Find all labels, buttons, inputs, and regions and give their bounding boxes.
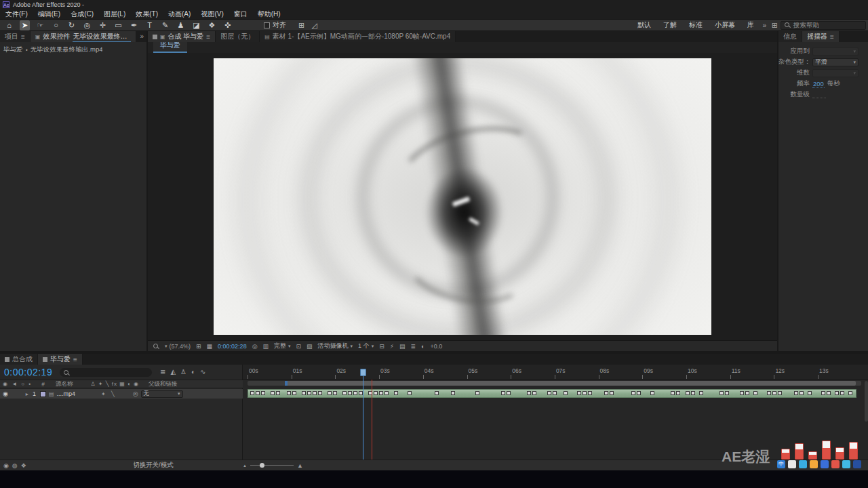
menu-item[interactable]: 效果(T) [136,9,158,19]
zoom-slider-track[interactable] [250,465,294,466]
workspace-overflow-icon[interactable]: » [762,22,766,29]
hand-tool[interactable]: ☞ [35,20,45,30]
pen-tool[interactable]: ✒ [129,20,139,30]
playhead[interactable] [363,369,363,460]
viewer-area[interactable] [148,53,777,340]
tab-project[interactable]: 项目 ≡ [0,31,31,42]
tab-comp-timeline[interactable]: 毕与爱 ≡ [38,354,83,365]
ruler-icon[interactable]: ◿ [311,21,317,30]
channels-icon[interactable]: ▥ [263,343,269,350]
selection-tool[interactable]: ➤ [20,20,30,30]
menu-item[interactable]: 图层(L) [104,9,125,19]
playhead-grabber-icon[interactable] [360,369,366,376]
toggle-switches-button[interactable]: 切换开关/模式 [133,461,174,470]
view-select[interactable]: 活动摄像机 ▾ [318,342,353,350]
tab-effect-controls[interactable]: ▣ 效果控件 无毕设效果最终输出.mp4 [31,31,137,42]
exposure-icon[interactable]: ◐ [421,343,425,350]
menu-item[interactable]: 动画(A) [168,9,191,19]
workspace-item[interactable]: 默认 [637,20,651,30]
work-area-inner[interactable] [285,381,856,386]
workspace-item[interactable]: 标准 [689,20,703,30]
workspace-menu-icon[interactable]: ⊞ [772,21,778,30]
guides-icon[interactable]: ▦ [207,343,213,350]
resolution-select[interactable]: 完整 ▾ [274,342,291,350]
help-search-input[interactable]: 搜索帮助 [781,21,866,30]
noise-type-select[interactable]: 平滑 ▾ [812,58,859,66]
menu-item[interactable]: 视图(V) [201,9,223,19]
timeline-mini-icons[interactable]: ≣◭♙◐∿ [160,368,210,375]
view-layout-select[interactable]: 1 个 ▾ [358,342,374,350]
pickwhip-icon[interactable]: ◎ [133,390,138,397]
snapshot-icon[interactable]: ◎ [252,343,258,350]
zoom-slider-handle[interactable] [260,463,264,468]
panel-menu-icon[interactable]: ≡ [21,33,25,41]
workspace-item[interactable]: 库 [747,20,754,30]
orbit-camera-tool[interactable]: ↻ [66,20,77,30]
camera-tool[interactable]: ◎ [82,20,92,30]
eye-icon[interactable]: ◉ [3,390,8,397]
menu-item[interactable]: 编辑(E) [38,9,60,19]
twirl-icon[interactable]: ▸ [26,391,28,397]
work-area-bar[interactable] [248,381,861,386]
pan-behind-tool[interactable]: ✛ [98,20,108,30]
tab-composition[interactable]: ▣ 合成 毕与爱 ≡ [148,31,216,42]
grid-options-icon[interactable]: ⊞ [298,21,304,30]
exposure-value[interactable]: +0.0 [431,343,443,350]
mask-shape-tool[interactable]: ▭ [113,20,123,30]
menu-item[interactable]: 帮助(H) [258,9,281,19]
snap-checkbox[interactable] [264,22,270,28]
column-parent-link[interactable]: 父级和链接 [149,380,178,388]
zoom-out-icon[interactable]: ▲ [243,464,247,468]
snap-toggle[interactable]: 对齐 [264,20,286,30]
eraser-tool[interactable]: ◪ [191,20,201,30]
menu-item[interactable]: 合成(C) [71,9,94,19]
timeline-scrollbar[interactable] [865,381,868,422]
layer-switches[interactable]: ✦ ╲ [101,391,117,397]
menu-item[interactable]: 窗口 [234,9,248,19]
tab-layer-viewer[interactable]: 图层（无） [216,31,260,42]
flowchart-icon[interactable]: ≣ [411,343,416,350]
transparency-grid-icon[interactable]: ▨ [307,343,313,350]
tab-info[interactable]: 信息 [778,31,802,42]
text-tool[interactable]: T [144,20,155,30]
column-source-name[interactable]: 源名称 [56,380,73,388]
workspace-item[interactable]: 了解 [663,20,677,30]
parent-select[interactable]: 无 ▾ [141,390,183,398]
layer-duration-bar[interactable] [248,389,856,398]
layer-name[interactable]: ....mp4 [56,390,75,397]
label-color-chip[interactable] [40,391,46,397]
timeline-search-input[interactable] [60,368,152,377]
column-number[interactable]: # [41,381,45,388]
zoom-in-icon[interactable]: ▲ [297,462,303,469]
preview-timecode[interactable]: 0:00:02:28 [218,343,247,350]
roi-icon[interactable]: ⊡ [296,343,302,350]
timeline-button-icon[interactable]: ▤ [399,343,406,350]
timeline-track-area[interactable]: 00s01s02s03s04s05s06s07s08s09s10s11s12s1… [243,365,868,460]
panel-menu-icon[interactable]: ≡ [830,33,834,41]
grid-guides-icon[interactable]: ⊞ [196,343,201,350]
panel-menu-icon[interactable]: ≡ [206,33,210,41]
frequency-value[interactable]: 200 [812,80,825,88]
zoom-tool[interactable]: ○ [51,20,61,30]
zoom-select[interactable]: ▾ (57.4%) [165,343,191,350]
tab-overflow-icon[interactable]: » [140,33,144,40]
lock-icon[interactable]: ▣ [160,34,165,40]
panel-menu-icon[interactable]: ≡ [73,356,77,363]
layer-row[interactable]: ◉ ▸ 1 ▤ ....mp4 ✦ ╲ ◎ 无 ▾ [0,389,243,399]
workspace-item[interactable]: 小屏幕 [715,20,735,30]
time-ruler[interactable]: 00s01s02s03s04s05s06s07s08s09s10s11s12s1… [243,365,868,380]
home-tool[interactable]: ⌂ [4,20,14,30]
timeline-zoom-control[interactable]: ▲ ▲ [243,462,303,469]
timeline-bottom-icons[interactable]: ◉◍❖ [3,462,30,469]
current-time-display[interactable]: 0:00:02:19 [4,367,52,378]
fast-preview-icon[interactable]: ⚡ [390,343,394,350]
clone-stamp-tool[interactable]: ♟ [176,20,186,30]
puppet-pin-tool[interactable]: ✜ [222,20,233,30]
menu-item[interactable]: 文件(F) [5,9,28,19]
roto-brush-tool[interactable]: ❖ [207,20,217,30]
tab-wiggler[interactable]: 摇摆器 ≡ [802,31,840,42]
brush-tool[interactable]: ✎ [160,20,170,30]
pixel-aspect-icon[interactable]: ⊟ [379,343,384,350]
tab-total-comp[interactable]: 总合成 [0,354,38,365]
tab-footage-viewer[interactable]: ▤ 素材 1-【AE示例】MG动画的一部分-1080P 60帧-AVC.mp4 [260,31,456,42]
